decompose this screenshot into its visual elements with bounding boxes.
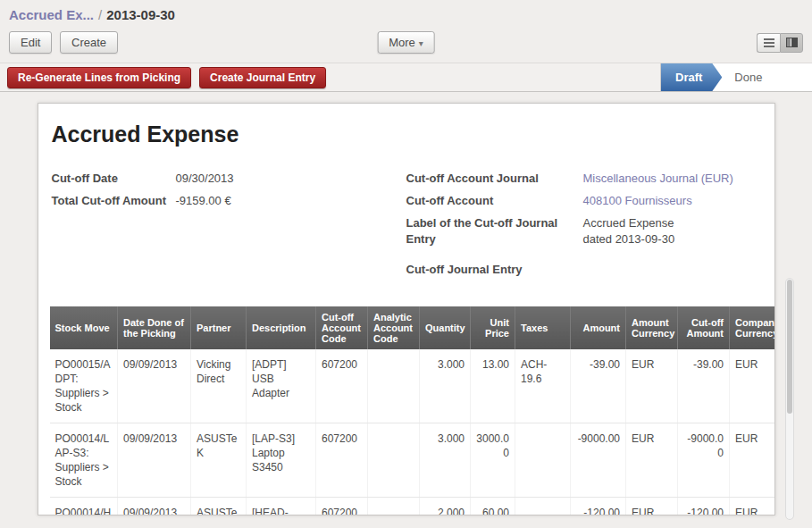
table-cell[interactable] (515, 498, 571, 516)
journal-value-link[interactable]: Miscellaneous Journal (EUR) (583, 171, 733, 187)
lines-table-wrap: Stock MoveDate Done of the PickingPartne… (50, 306, 763, 515)
table-cell[interactable]: EUR (626, 349, 678, 423)
scrollbar-thumb[interactable] (787, 280, 792, 414)
journal-entry-label: Cut-off Journal Entry (406, 262, 583, 278)
more-wrap: More▾ (377, 31, 435, 54)
regenerate-lines-button[interactable]: Re-Generate Lines from Picking (7, 67, 191, 88)
breadcrumb-separator: / (98, 7, 102, 22)
view-switcher (757, 33, 803, 53)
list-view-button[interactable] (757, 33, 780, 53)
table-cell[interactable]: EUR (730, 423, 775, 498)
field-total-cutoff-amount: Total Cut-off Amount -9159.00 € (52, 193, 406, 209)
table-cell[interactable] (368, 498, 420, 516)
edit-button[interactable]: Edit (9, 31, 52, 54)
table-cell[interactable]: 13.00 (471, 349, 515, 423)
column-header[interactable]: Stock Move (50, 306, 118, 349)
table-cell[interactable]: ASUSTeK (191, 498, 247, 516)
column-header[interactable]: Analytic Account Code (368, 306, 420, 349)
field-grid: Cut-off Date 09/30/2013 Total Cut-off Am… (50, 171, 763, 284)
column-header[interactable]: Quantity (420, 306, 471, 349)
table-row[interactable]: PO00015/ADPT: Suppliers > Stock09/09/201… (50, 349, 775, 423)
table-cell[interactable]: 09/09/2013 (118, 498, 191, 516)
table-cell[interactable]: 607200 (316, 423, 368, 498)
table-cell[interactable]: PO00014/HEAD-USB: Suppliers > Stock (50, 498, 118, 516)
table-cell[interactable]: -39.00 (571, 349, 626, 423)
account-label: Cut-off Account (406, 193, 583, 209)
breadcrumb-parent-link[interactable]: Accrued Ex... (9, 7, 94, 22)
account-value-link[interactable]: 408100 Fournisseurs (583, 193, 692, 209)
field-cutoff-journal-entry: Cut-off Journal Entry (406, 262, 761, 278)
table-cell[interactable]: 09/09/2013 (118, 349, 191, 423)
lines-table: Stock MoveDate Done of the PickingPartne… (50, 306, 775, 515)
cutoff-date-label: Cut-off Date (52, 171, 176, 187)
table-cell[interactable]: PO00014/LAP-S3: Suppliers > Stock (50, 423, 118, 498)
table-cell[interactable]: [HEAD-USB] Headset USB (247, 498, 316, 516)
column-header[interactable]: Amount Currency (626, 306, 678, 349)
table-cell[interactable] (515, 423, 571, 498)
line-table-body: PO00015/ADPT: Suppliers > Stock09/09/201… (50, 349, 775, 515)
table-cell[interactable]: EUR (730, 498, 775, 516)
breadcrumb: Accrued Ex.../2013-09-30 (9, 7, 803, 22)
table-cell[interactable]: -9000.00 (678, 423, 730, 498)
table-cell[interactable]: 3.000 (420, 349, 471, 423)
field-entry-label: Label of the Cut-off Journal Entry Accru… (406, 215, 761, 247)
column-header[interactable]: Cut-off Account Code (316, 306, 368, 349)
table-cell[interactable]: 607200 (316, 349, 368, 423)
vertical-scrollbar[interactable] (785, 278, 794, 520)
field-cutoff-date: Cut-off Date 09/30/2013 (52, 171, 406, 187)
more-button[interactable]: More▾ (377, 31, 435, 54)
table-cell[interactable]: 09/09/2013 (118, 423, 191, 498)
table-cell[interactable] (368, 423, 420, 498)
table-cell[interactable]: PO00015/ADPT: Suppliers > Stock (50, 349, 118, 423)
caret-down-icon: ▾ (419, 38, 423, 48)
column-header[interactable]: Unit Price (471, 306, 515, 349)
create-button[interactable]: Create (60, 31, 118, 54)
form-sheet: Accrued Expense Cut-off Date 09/30/2013 … (38, 103, 775, 515)
table-row[interactable]: PO00014/HEAD-USB: Suppliers > Stock09/09… (50, 498, 775, 516)
column-header[interactable]: Amount (571, 306, 626, 349)
page-title: Accrued Expense (52, 122, 761, 147)
table-cell[interactable]: -9000.00 (571, 423, 626, 498)
action-row: Re-Generate Lines from Picking Create Jo… (0, 63, 812, 92)
content-area: Accrued Expense Cut-off Date 09/30/2013 … (0, 103, 812, 520)
column-header[interactable]: Taxes (515, 306, 571, 349)
entry-label-label: Label of the Cut-off Journal Entry (406, 215, 583, 247)
table-cell[interactable]: 2.000 (420, 498, 471, 516)
table-cell[interactable]: ASUSTeK (191, 423, 247, 498)
more-button-label: More (389, 36, 415, 49)
field-cutoff-account: Cut-off Account 408100 Fournisseurs (406, 193, 761, 209)
table-cell[interactable]: Vicking Direct (191, 349, 247, 423)
table-cell[interactable]: EUR (626, 423, 678, 498)
table-row[interactable]: PO00014/LAP-S3: Suppliers > Stock09/09/2… (50, 423, 775, 498)
form-view-icon (786, 38, 798, 47)
column-header[interactable]: Description (247, 306, 316, 349)
table-cell[interactable]: [LAP-S3] Laptop S3450 (247, 423, 316, 498)
table-cell[interactable]: 60.00 (471, 498, 515, 516)
breadcrumb-current: 2013-09-30 (106, 7, 175, 22)
table-cell[interactable] (368, 349, 420, 423)
cutoff-date-value: 09/30/2013 (176, 171, 234, 187)
column-header[interactable]: Cut-off Amount (678, 306, 730, 349)
create-journal-entry-button[interactable]: Create Journal Entry (199, 67, 326, 88)
table-cell[interactable]: [ADPT] USB Adapter (247, 349, 316, 423)
table-cell[interactable]: 3.000 (420, 423, 471, 498)
form-view-button[interactable] (780, 33, 803, 53)
table-cell[interactable]: 607200 (316, 498, 368, 516)
control-row: Edit Create More▾ (0, 24, 812, 63)
total-amount-label: Total Cut-off Amount (52, 193, 176, 209)
status-draft: Draft (661, 63, 722, 91)
column-header[interactable]: Date Done of the Picking (118, 306, 191, 349)
line-table-header-row: Stock MoveDate Done of the PickingPartne… (50, 306, 775, 349)
table-cell[interactable]: EUR (730, 349, 775, 423)
column-header[interactable]: Partner (191, 306, 247, 349)
list-view-icon (764, 38, 774, 47)
top-bar: Accrued Ex.../2013-09-30 (0, 0, 812, 24)
column-header[interactable]: Company Currency (730, 306, 775, 349)
field-column-left: Cut-off Date 09/30/2013 Total Cut-off Am… (52, 171, 406, 284)
table-cell[interactable]: -120.00 (571, 498, 626, 516)
table-cell[interactable]: 3000.00 (471, 423, 515, 498)
table-cell[interactable]: EUR (626, 498, 678, 516)
table-cell[interactable]: -120.00 (678, 498, 730, 516)
table-cell[interactable]: -39.00 (678, 349, 730, 423)
table-cell[interactable]: ACH-19.6 (515, 349, 571, 423)
